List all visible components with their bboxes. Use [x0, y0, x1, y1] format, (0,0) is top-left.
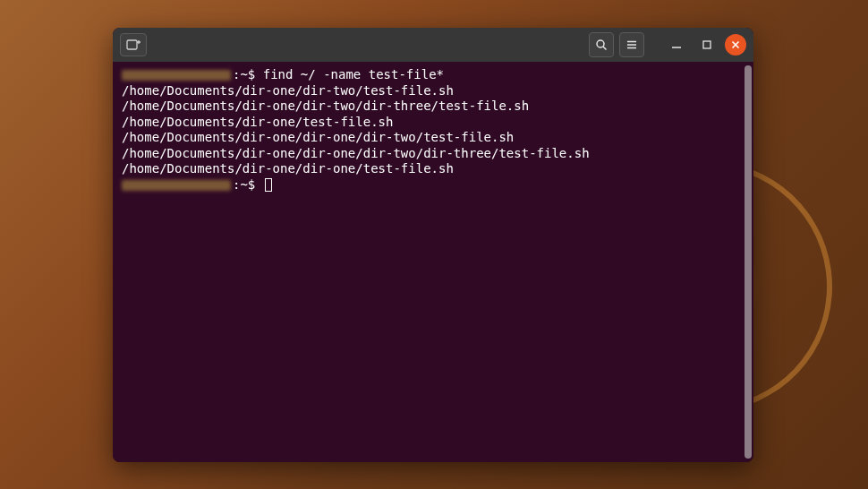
- prompt-line: :~$: [122, 177, 745, 193]
- output-line: /home/Documents/dir-one/dir-one/dir-two/…: [122, 146, 745, 162]
- search-button[interactable]: [589, 32, 614, 57]
- terminal-scrollbar[interactable]: [745, 65, 752, 459]
- output-line: /home/Documents/dir-one/dir-two/test-fil…: [122, 83, 745, 99]
- output-line: /home/Documents/dir-one/dir-two/dir-thre…: [122, 99, 745, 115]
- close-icon: [731, 40, 740, 49]
- window-titlebar[interactable]: [113, 28, 753, 62]
- svg-rect-0: [127, 40, 137, 49]
- new-tab-button[interactable]: [120, 33, 147, 56]
- titlebar-right-controls: [589, 32, 746, 57]
- maximize-button[interactable]: [694, 32, 719, 57]
- prompt-separator: :~$: [233, 67, 263, 82]
- redacted-user-host: [122, 70, 231, 81]
- terminal-body[interactable]: :~$ find ~/ -name test-file* /home/Docum…: [113, 62, 753, 462]
- minimize-icon: [671, 39, 682, 50]
- redacted-user-host: [122, 180, 231, 191]
- svg-point-3: [597, 40, 604, 47]
- menu-button[interactable]: [619, 32, 644, 57]
- output-line: /home/Documents/dir-one/dir-one/test-fil…: [122, 161, 745, 177]
- new-terminal-tab-icon: [126, 39, 140, 51]
- prompt-separator: :~$: [233, 177, 263, 192]
- cursor: [265, 178, 272, 192]
- search-icon: [595, 39, 608, 51]
- hamburger-menu-icon: [625, 39, 638, 51]
- minimize-button[interactable]: [664, 32, 689, 57]
- output-line: /home/Documents/dir-one/test-file.sh: [122, 115, 745, 131]
- svg-line-4: [603, 47, 607, 50]
- maximize-icon: [702, 39, 712, 50]
- titlebar-left-controls: [120, 33, 147, 56]
- terminal-window: :~$ find ~/ -name test-file* /home/Docum…: [113, 28, 753, 462]
- output-line: /home/Documents/dir-one/dir-one/dir-two/…: [122, 130, 745, 146]
- svg-rect-9: [703, 41, 711, 48]
- prompt-line: :~$ find ~/ -name test-file*: [122, 67, 745, 83]
- command-text: find ~/ -name test-file*: [263, 67, 444, 82]
- close-button[interactable]: [725, 34, 746, 56]
